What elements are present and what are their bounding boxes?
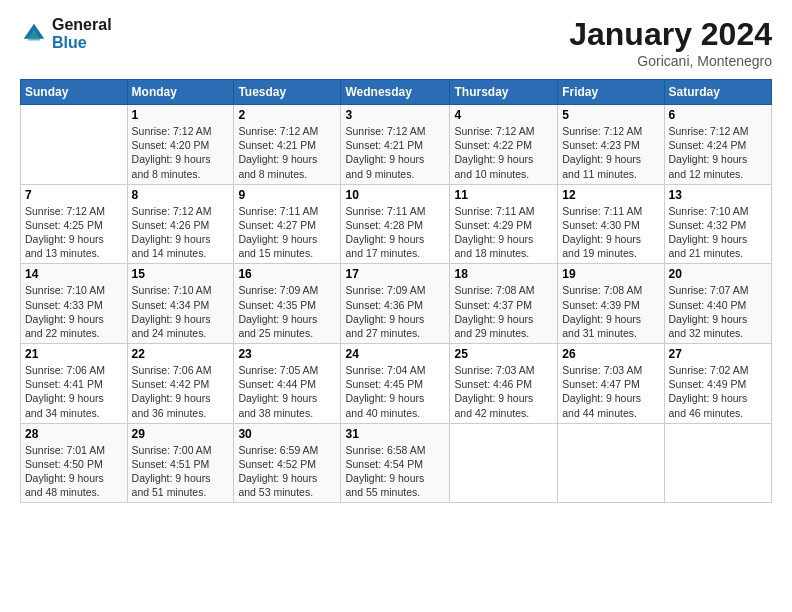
calendar-cell: 12Sunrise: 7:11 AM Sunset: 4:30 PM Dayli… bbox=[558, 184, 664, 264]
calendar-cell: 17Sunrise: 7:09 AM Sunset: 4:36 PM Dayli… bbox=[341, 264, 450, 344]
col-thursday: Thursday bbox=[450, 80, 558, 105]
calendar-cell: 3Sunrise: 7:12 AM Sunset: 4:21 PM Daylig… bbox=[341, 105, 450, 185]
calendar-cell: 15Sunrise: 7:10 AM Sunset: 4:34 PM Dayli… bbox=[127, 264, 234, 344]
col-wednesday: Wednesday bbox=[341, 80, 450, 105]
day-info: Sunrise: 7:06 AM Sunset: 4:41 PM Dayligh… bbox=[25, 363, 123, 420]
day-number: 29 bbox=[132, 427, 230, 441]
day-info: Sunrise: 7:00 AM Sunset: 4:51 PM Dayligh… bbox=[132, 443, 230, 500]
calendar-cell bbox=[21, 105, 128, 185]
day-info: Sunrise: 7:07 AM Sunset: 4:40 PM Dayligh… bbox=[669, 283, 767, 340]
day-info: Sunrise: 7:06 AM Sunset: 4:42 PM Dayligh… bbox=[132, 363, 230, 420]
day-number: 4 bbox=[454, 108, 553, 122]
col-monday: Monday bbox=[127, 80, 234, 105]
logo-text: General Blue bbox=[52, 16, 112, 51]
day-info: Sunrise: 7:01 AM Sunset: 4:50 PM Dayligh… bbox=[25, 443, 123, 500]
day-number: 26 bbox=[562, 347, 659, 361]
day-number: 10 bbox=[345, 188, 445, 202]
calendar-cell: 11Sunrise: 7:11 AM Sunset: 4:29 PM Dayli… bbox=[450, 184, 558, 264]
day-number: 7 bbox=[25, 188, 123, 202]
logo-icon bbox=[20, 20, 48, 48]
calendar-cell: 25Sunrise: 7:03 AM Sunset: 4:46 PM Dayli… bbox=[450, 344, 558, 424]
logo: General Blue bbox=[20, 16, 112, 51]
day-info: Sunrise: 7:12 AM Sunset: 4:23 PM Dayligh… bbox=[562, 124, 659, 181]
day-info: Sunrise: 7:12 AM Sunset: 4:25 PM Dayligh… bbox=[25, 204, 123, 261]
day-number: 31 bbox=[345, 427, 445, 441]
day-info: Sunrise: 7:08 AM Sunset: 4:39 PM Dayligh… bbox=[562, 283, 659, 340]
day-info: Sunrise: 7:05 AM Sunset: 4:44 PM Dayligh… bbox=[238, 363, 336, 420]
calendar-header-row: Sunday Monday Tuesday Wednesday Thursday… bbox=[21, 80, 772, 105]
calendar-table: Sunday Monday Tuesday Wednesday Thursday… bbox=[20, 79, 772, 503]
col-saturday: Saturday bbox=[664, 80, 771, 105]
day-number: 5 bbox=[562, 108, 659, 122]
day-info: Sunrise: 7:02 AM Sunset: 4:49 PM Dayligh… bbox=[669, 363, 767, 420]
day-number: 18 bbox=[454, 267, 553, 281]
day-number: 15 bbox=[132, 267, 230, 281]
day-number: 28 bbox=[25, 427, 123, 441]
logo-blue-text: Blue bbox=[52, 34, 112, 52]
calendar-cell: 1Sunrise: 7:12 AM Sunset: 4:20 PM Daylig… bbox=[127, 105, 234, 185]
day-info: Sunrise: 7:12 AM Sunset: 4:24 PM Dayligh… bbox=[669, 124, 767, 181]
page: General Blue January 2024 Goricani, Mont… bbox=[0, 0, 792, 612]
day-number: 17 bbox=[345, 267, 445, 281]
day-number: 27 bbox=[669, 347, 767, 361]
calendar-cell: 18Sunrise: 7:08 AM Sunset: 4:37 PM Dayli… bbox=[450, 264, 558, 344]
calendar-cell: 14Sunrise: 7:10 AM Sunset: 4:33 PM Dayli… bbox=[21, 264, 128, 344]
day-info: Sunrise: 7:03 AM Sunset: 4:46 PM Dayligh… bbox=[454, 363, 553, 420]
day-info: Sunrise: 6:58 AM Sunset: 4:54 PM Dayligh… bbox=[345, 443, 445, 500]
day-number: 19 bbox=[562, 267, 659, 281]
day-info: Sunrise: 7:03 AM Sunset: 4:47 PM Dayligh… bbox=[562, 363, 659, 420]
calendar-cell: 9Sunrise: 7:11 AM Sunset: 4:27 PM Daylig… bbox=[234, 184, 341, 264]
calendar-cell bbox=[558, 423, 664, 503]
day-number: 9 bbox=[238, 188, 336, 202]
day-info: Sunrise: 7:09 AM Sunset: 4:35 PM Dayligh… bbox=[238, 283, 336, 340]
day-info: Sunrise: 7:09 AM Sunset: 4:36 PM Dayligh… bbox=[345, 283, 445, 340]
calendar-cell: 13Sunrise: 7:10 AM Sunset: 4:32 PM Dayli… bbox=[664, 184, 771, 264]
calendar-cell: 4Sunrise: 7:12 AM Sunset: 4:22 PM Daylig… bbox=[450, 105, 558, 185]
day-number: 25 bbox=[454, 347, 553, 361]
day-info: Sunrise: 7:08 AM Sunset: 4:37 PM Dayligh… bbox=[454, 283, 553, 340]
calendar-week-4: 28Sunrise: 7:01 AM Sunset: 4:50 PM Dayli… bbox=[21, 423, 772, 503]
day-info: Sunrise: 7:11 AM Sunset: 4:29 PM Dayligh… bbox=[454, 204, 553, 261]
day-info: Sunrise: 7:11 AM Sunset: 4:28 PM Dayligh… bbox=[345, 204, 445, 261]
calendar-cell: 5Sunrise: 7:12 AM Sunset: 4:23 PM Daylig… bbox=[558, 105, 664, 185]
col-tuesday: Tuesday bbox=[234, 80, 341, 105]
calendar-cell: 10Sunrise: 7:11 AM Sunset: 4:28 PM Dayli… bbox=[341, 184, 450, 264]
calendar-cell: 31Sunrise: 6:58 AM Sunset: 4:54 PM Dayli… bbox=[341, 423, 450, 503]
calendar-cell: 22Sunrise: 7:06 AM Sunset: 4:42 PM Dayli… bbox=[127, 344, 234, 424]
day-info: Sunrise: 7:12 AM Sunset: 4:20 PM Dayligh… bbox=[132, 124, 230, 181]
calendar-cell: 20Sunrise: 7:07 AM Sunset: 4:40 PM Dayli… bbox=[664, 264, 771, 344]
day-number: 12 bbox=[562, 188, 659, 202]
day-number: 6 bbox=[669, 108, 767, 122]
col-friday: Friday bbox=[558, 80, 664, 105]
col-sunday: Sunday bbox=[21, 80, 128, 105]
calendar-week-0: 1Sunrise: 7:12 AM Sunset: 4:20 PM Daylig… bbox=[21, 105, 772, 185]
day-number: 22 bbox=[132, 347, 230, 361]
title-block: January 2024 Goricani, Montenegro bbox=[569, 16, 772, 69]
calendar-cell bbox=[664, 423, 771, 503]
day-info: Sunrise: 7:12 AM Sunset: 4:22 PM Dayligh… bbox=[454, 124, 553, 181]
day-number: 20 bbox=[669, 267, 767, 281]
calendar-cell: 24Sunrise: 7:04 AM Sunset: 4:45 PM Dayli… bbox=[341, 344, 450, 424]
day-info: Sunrise: 7:12 AM Sunset: 4:21 PM Dayligh… bbox=[238, 124, 336, 181]
calendar-cell: 19Sunrise: 7:08 AM Sunset: 4:39 PM Dayli… bbox=[558, 264, 664, 344]
day-info: Sunrise: 7:10 AM Sunset: 4:33 PM Dayligh… bbox=[25, 283, 123, 340]
day-number: 16 bbox=[238, 267, 336, 281]
calendar-cell: 16Sunrise: 7:09 AM Sunset: 4:35 PM Dayli… bbox=[234, 264, 341, 344]
calendar-cell: 21Sunrise: 7:06 AM Sunset: 4:41 PM Dayli… bbox=[21, 344, 128, 424]
day-number: 8 bbox=[132, 188, 230, 202]
day-number: 3 bbox=[345, 108, 445, 122]
calendar-cell: 23Sunrise: 7:05 AM Sunset: 4:44 PM Dayli… bbox=[234, 344, 341, 424]
logo-general-text: General bbox=[52, 16, 112, 34]
day-number: 13 bbox=[669, 188, 767, 202]
calendar-cell: 2Sunrise: 7:12 AM Sunset: 4:21 PM Daylig… bbox=[234, 105, 341, 185]
calendar-cell: 26Sunrise: 7:03 AM Sunset: 4:47 PM Dayli… bbox=[558, 344, 664, 424]
day-number: 1 bbox=[132, 108, 230, 122]
day-number: 21 bbox=[25, 347, 123, 361]
header: General Blue January 2024 Goricani, Mont… bbox=[20, 16, 772, 69]
calendar-week-2: 14Sunrise: 7:10 AM Sunset: 4:33 PM Dayli… bbox=[21, 264, 772, 344]
calendar-cell bbox=[450, 423, 558, 503]
day-info: Sunrise: 6:59 AM Sunset: 4:52 PM Dayligh… bbox=[238, 443, 336, 500]
calendar-cell: 29Sunrise: 7:00 AM Sunset: 4:51 PM Dayli… bbox=[127, 423, 234, 503]
day-number: 24 bbox=[345, 347, 445, 361]
subtitle: Goricani, Montenegro bbox=[569, 53, 772, 69]
